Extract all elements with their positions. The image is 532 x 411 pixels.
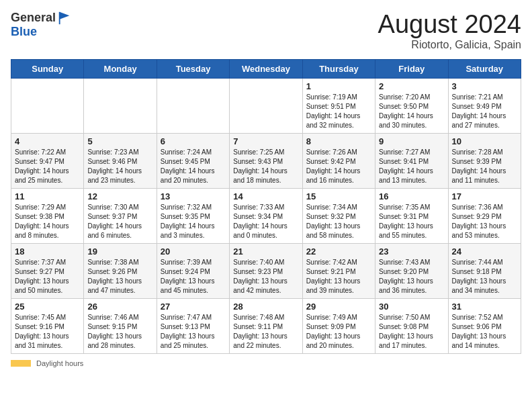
- day-info: Sunrise: 7:19 AM Sunset: 9:51 PM Dayligh…: [306, 93, 371, 130]
- day-number: 15: [306, 191, 371, 201]
- logo-general: General: [11, 11, 56, 25]
- calendar-cell: 3Sunrise: 7:21 AM Sunset: 9:49 PM Daylig…: [448, 78, 521, 133]
- day-number: 20: [161, 246, 226, 257]
- day-info: Sunrise: 7:35 AM Sunset: 9:31 PM Dayligh…: [379, 203, 444, 240]
- day-header-friday: Friday: [375, 59, 448, 78]
- day-info: Sunrise: 7:46 AM Sunset: 9:15 PM Dayligh…: [87, 313, 152, 351]
- calendar-cell: 29Sunrise: 7:49 AM Sunset: 9:09 PM Dayli…: [302, 298, 375, 353]
- calendar-cell: 21Sunrise: 7:40 AM Sunset: 9:23 PM Dayli…: [230, 243, 302, 298]
- legend-bar: [11, 360, 31, 367]
- calendar-cell: 17Sunrise: 7:36 AM Sunset: 9:29 PM Dayli…: [448, 188, 521, 243]
- day-info: Sunrise: 7:21 AM Sunset: 9:49 PM Dayligh…: [452, 93, 517, 130]
- calendar-subtitle: Riotorto, Galicia, Spain: [378, 39, 521, 51]
- calendar-cell: 8Sunrise: 7:26 AM Sunset: 9:42 PM Daylig…: [302, 133, 375, 188]
- day-header-sunday: Sunday: [11, 59, 84, 78]
- day-info: Sunrise: 7:39 AM Sunset: 9:24 PM Dayligh…: [161, 258, 226, 295]
- logo-flag-icon: [57, 11, 72, 26]
- footer: Daylight hours: [11, 359, 521, 367]
- calendar-cell: 31Sunrise: 7:52 AM Sunset: 9:06 PM Dayli…: [448, 298, 521, 353]
- day-number: 24: [452, 246, 517, 257]
- day-number: 14: [233, 191, 298, 201]
- calendar-cell: 20Sunrise: 7:39 AM Sunset: 9:24 PM Dayli…: [157, 243, 229, 298]
- day-number: 30: [379, 302, 444, 312]
- calendar-cell: 30Sunrise: 7:50 AM Sunset: 9:08 PM Dayli…: [375, 298, 448, 353]
- day-number: 17: [452, 191, 517, 201]
- day-info: Sunrise: 7:20 AM Sunset: 9:50 PM Dayligh…: [379, 93, 444, 130]
- day-info: Sunrise: 7:38 AM Sunset: 9:26 PM Dayligh…: [87, 258, 152, 295]
- calendar-cell: 27Sunrise: 7:47 AM Sunset: 9:13 PM Dayli…: [157, 298, 229, 353]
- calendar-cell: 6Sunrise: 7:24 AM Sunset: 9:45 PM Daylig…: [157, 133, 229, 188]
- day-number: 28: [233, 302, 298, 312]
- day-number: 11: [15, 191, 80, 201]
- calendar-cell: 5Sunrise: 7:23 AM Sunset: 9:46 PM Daylig…: [84, 133, 157, 188]
- day-info: Sunrise: 7:23 AM Sunset: 9:46 PM Dayligh…: [87, 148, 152, 185]
- calendar-week-1: 1Sunrise: 7:19 AM Sunset: 9:51 PM Daylig…: [11, 78, 521, 133]
- day-number: 29: [306, 302, 371, 312]
- day-info: Sunrise: 7:27 AM Sunset: 9:41 PM Dayligh…: [379, 148, 444, 185]
- day-info: Sunrise: 7:24 AM Sunset: 9:45 PM Dayligh…: [161, 148, 226, 185]
- day-info: Sunrise: 7:50 AM Sunset: 9:08 PM Dayligh…: [379, 313, 444, 351]
- calendar-cell: [157, 78, 229, 133]
- calendar-week-4: 18Sunrise: 7:37 AM Sunset: 9:27 PM Dayli…: [11, 243, 521, 298]
- page-header: General Blue August 2024 Riotorto, Galic…: [11, 11, 521, 51]
- day-number: 7: [233, 136, 298, 146]
- calendar-week-2: 4Sunrise: 7:22 AM Sunset: 9:47 PM Daylig…: [11, 133, 521, 188]
- day-info: Sunrise: 7:26 AM Sunset: 9:42 PM Dayligh…: [306, 148, 371, 185]
- calendar-cell: 22Sunrise: 7:42 AM Sunset: 9:21 PM Dayli…: [302, 243, 375, 298]
- day-info: Sunrise: 7:29 AM Sunset: 9:38 PM Dayligh…: [15, 203, 80, 240]
- day-number: 1: [306, 81, 371, 91]
- day-number: 9: [379, 136, 444, 146]
- day-number: 3: [452, 81, 517, 91]
- day-number: 12: [87, 191, 152, 201]
- calendar-cell: [11, 78, 84, 133]
- day-info: Sunrise: 7:44 AM Sunset: 9:18 PM Dayligh…: [452, 258, 517, 295]
- svg-marker-0: [60, 12, 70, 19]
- day-number: 22: [306, 246, 371, 257]
- day-info: Sunrise: 7:48 AM Sunset: 9:11 PM Dayligh…: [233, 313, 298, 351]
- day-info: Sunrise: 7:47 AM Sunset: 9:13 PM Dayligh…: [161, 313, 226, 351]
- day-number: 13: [161, 191, 226, 201]
- day-info: Sunrise: 7:34 AM Sunset: 9:32 PM Dayligh…: [306, 203, 371, 240]
- calendar-cell: 25Sunrise: 7:45 AM Sunset: 9:16 PM Dayli…: [11, 298, 84, 353]
- calendar-cell: 26Sunrise: 7:46 AM Sunset: 9:15 PM Dayli…: [84, 298, 157, 353]
- day-header-tuesday: Tuesday: [157, 59, 229, 78]
- calendar-cell: 4Sunrise: 7:22 AM Sunset: 9:47 PM Daylig…: [11, 133, 84, 188]
- calendar-cell: 12Sunrise: 7:30 AM Sunset: 9:37 PM Dayli…: [84, 188, 157, 243]
- calendar-week-3: 11Sunrise: 7:29 AM Sunset: 9:38 PM Dayli…: [11, 188, 521, 243]
- calendar-cell: 10Sunrise: 7:28 AM Sunset: 9:39 PM Dayli…: [448, 133, 521, 188]
- calendar-cell: 2Sunrise: 7:20 AM Sunset: 9:50 PM Daylig…: [375, 78, 448, 133]
- calendar-cell: 23Sunrise: 7:43 AM Sunset: 9:20 PM Dayli…: [375, 243, 448, 298]
- day-number: 26: [87, 302, 152, 312]
- day-number: 2: [379, 81, 444, 91]
- day-info: Sunrise: 7:37 AM Sunset: 9:27 PM Dayligh…: [15, 258, 80, 295]
- calendar-cell: 18Sunrise: 7:37 AM Sunset: 9:27 PM Dayli…: [11, 243, 84, 298]
- day-info: Sunrise: 7:25 AM Sunset: 9:43 PM Dayligh…: [233, 148, 298, 185]
- day-number: 16: [379, 191, 444, 201]
- day-info: Sunrise: 7:22 AM Sunset: 9:47 PM Dayligh…: [15, 148, 80, 185]
- calendar-cell: 16Sunrise: 7:35 AM Sunset: 9:31 PM Dayli…: [375, 188, 448, 243]
- day-number: 25: [15, 302, 80, 312]
- calendar-cell: [84, 78, 157, 133]
- day-number: 19: [87, 246, 152, 257]
- calendar-cell: [230, 78, 302, 133]
- day-number: 4: [15, 136, 80, 146]
- day-header-wednesday: Wednesday: [230, 59, 302, 78]
- day-number: 18: [15, 246, 80, 257]
- day-header-saturday: Saturday: [448, 59, 521, 78]
- day-info: Sunrise: 7:43 AM Sunset: 9:20 PM Dayligh…: [379, 258, 444, 295]
- svg-rect-1: [59, 12, 60, 24]
- day-number: 23: [379, 246, 444, 257]
- day-number: 5: [87, 136, 152, 146]
- day-info: Sunrise: 7:32 AM Sunset: 9:35 PM Dayligh…: [161, 203, 226, 240]
- legend-label: Daylight hours: [36, 359, 83, 367]
- title-block: August 2024 Riotorto, Galicia, Spain: [378, 11, 521, 51]
- calendar-title: August 2024: [378, 11, 521, 39]
- logo-blue: Blue: [11, 25, 37, 38]
- calendar-cell: 14Sunrise: 7:33 AM Sunset: 9:34 PM Dayli…: [230, 188, 302, 243]
- day-info: Sunrise: 7:36 AM Sunset: 9:29 PM Dayligh…: [452, 203, 517, 240]
- calendar-cell: 11Sunrise: 7:29 AM Sunset: 9:38 PM Dayli…: [11, 188, 84, 243]
- day-number: 6: [161, 136, 226, 146]
- day-info: Sunrise: 7:49 AM Sunset: 9:09 PM Dayligh…: [306, 313, 371, 351]
- day-header-thursday: Thursday: [302, 59, 375, 78]
- calendar-cell: 19Sunrise: 7:38 AM Sunset: 9:26 PM Dayli…: [84, 243, 157, 298]
